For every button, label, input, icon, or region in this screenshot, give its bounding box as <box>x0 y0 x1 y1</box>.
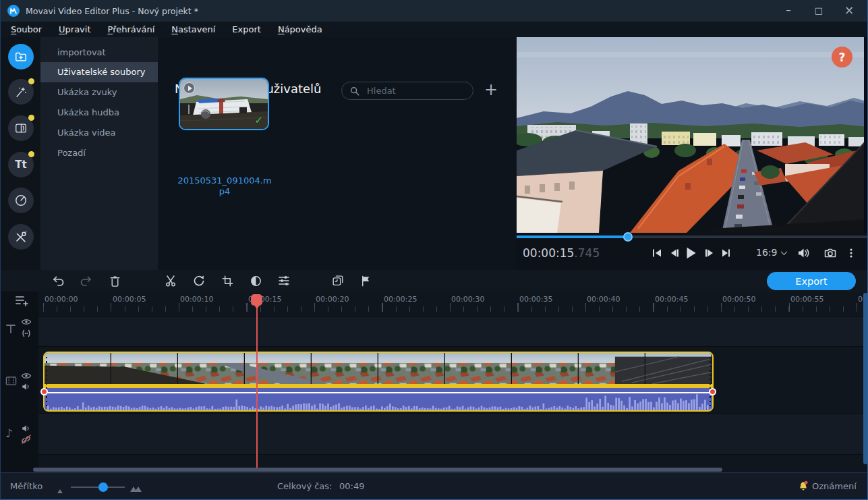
category-uzivatelske-soubory[interactable]: Uživatelské soubory <box>40 62 158 82</box>
search-icon <box>350 86 359 96</box>
next-frame-button[interactable] <box>701 245 718 261</box>
volume-envelope-line[interactable] <box>45 392 712 393</box>
timeline-zoom-slider[interactable] <box>71 487 125 488</box>
clip-properties-button[interactable] <box>274 272 293 289</box>
seek-thumb[interactable] <box>623 232 633 242</box>
playback-timestamp: 00:00:15.745 <box>523 246 600 260</box>
export-button[interactable]: Export <box>767 272 856 290</box>
menu-export[interactable]: Export <box>226 23 267 36</box>
split-scissors-button[interactable] <box>161 272 180 289</box>
media-file-name[interactable]: 20150531_091004.mp4 <box>176 175 273 197</box>
audio-track-link-toggle[interactable] <box>21 435 32 444</box>
minimize-button[interactable]: – <box>777 0 800 20</box>
menu-prehravani[interactable]: Přehrávání <box>102 23 161 36</box>
timeline-zoom-thumb[interactable] <box>98 482 108 492</box>
timeline-video-clip[interactable] <box>43 352 714 412</box>
aspect-ratio-select[interactable]: 16:9 <box>756 247 786 258</box>
close-button[interactable]: × <box>838 0 861 20</box>
rotate-button[interactable] <box>190 272 208 289</box>
previous-frame-button[interactable] <box>666 245 683 261</box>
menu-soubor[interactable]: Soubor <box>5 23 48 36</box>
redo-button[interactable] <box>77 272 96 289</box>
playhead-line[interactable] <box>256 294 258 468</box>
preview-menu-button[interactable] <box>843 245 859 261</box>
zoom-in-button[interactable] <box>130 482 142 495</box>
video-track-mute-toggle[interactable] <box>21 382 31 391</box>
category-pozadi[interactable]: Pozadí <box>40 143 158 163</box>
app-window: Movavi Video Editor Plus - Nový projekt … <box>0 0 868 500</box>
tool-sidebar: Tt <box>1 37 40 270</box>
menu-nastaveni[interactable]: Nastavení <box>165 23 221 36</box>
menubar: Soubor Upravit Přehrávání Nastavení Expo… <box>1 22 867 37</box>
volume-button[interactable] <box>795 245 811 261</box>
skip-start-button[interactable] <box>649 245 665 261</box>
title-track-lane[interactable] <box>1 317 867 346</box>
menu-napoveda[interactable]: Nápověda <box>272 23 328 36</box>
horizontal-scrollbar[interactable] <box>33 468 722 472</box>
new-badge <box>28 78 34 84</box>
delete-button[interactable] <box>105 272 124 289</box>
clip-trim-handle-right[interactable] <box>710 357 711 406</box>
video-track-icon <box>5 375 18 387</box>
add-collection-button[interactable]: + <box>482 80 500 99</box>
crop-button[interactable] <box>218 272 237 289</box>
snapshot-camera-button[interactable] <box>822 245 838 261</box>
tab-filters[interactable] <box>8 79 34 105</box>
tab-tools[interactable] <box>8 224 34 250</box>
zoom-out-icon <box>57 489 63 493</box>
add-track-button[interactable] <box>14 294 29 308</box>
skip-end-button[interactable] <box>718 245 734 261</box>
playhead-marker[interactable] <box>251 294 262 306</box>
notifications-label[interactable]: Oznámení <box>812 481 857 491</box>
category-ukazka-zvuky[interactable]: Ukázka zvuky <box>40 82 158 103</box>
import-folder-icon <box>14 50 28 63</box>
title-track-visibility-toggle[interactable] <box>21 318 32 326</box>
play-button[interactable] <box>683 245 699 261</box>
help-button[interactable]: ? <box>832 47 852 67</box>
clip-trim-handle-left[interactable] <box>46 357 47 406</box>
search-input[interactable] <box>366 85 453 96</box>
preview-panel: ? 00:00:15.745 16:9 <box>517 37 868 270</box>
maximize-button[interactable]: □ <box>807 0 830 20</box>
tab-transitions[interactable] <box>8 115 34 141</box>
category-importovat[interactable]: importovat <box>40 43 158 63</box>
track-separator <box>1 346 867 347</box>
category-ukazka-videa[interactable]: Ukázka videa <box>40 123 158 143</box>
audio-track-mute-toggle[interactable] <box>21 424 31 433</box>
titles-icon: Tt <box>15 159 26 171</box>
video-track-visibility-toggle[interactable] <box>21 372 32 380</box>
vertical-scrollbar[interactable] <box>863 293 867 464</box>
timeline: 00:00:00 00:00:05 00:00:10 00:00:15 00:0… <box>1 291 867 472</box>
zoom-in-icon <box>135 487 142 492</box>
play-overlay-icon[interactable] <box>183 82 195 94</box>
track-separator <box>1 413 867 414</box>
volume-point-left[interactable] <box>40 388 48 395</box>
volume-point-right[interactable] <box>709 388 716 395</box>
audio-track-lane[interactable] <box>1 414 867 454</box>
category-ukazka-hudba[interactable]: Ukázka hudba <box>40 103 158 123</box>
tools-icon <box>14 230 28 244</box>
marker-flag-button[interactable] <box>356 272 375 289</box>
media-item-card[interactable]: ✓ <box>179 78 269 130</box>
media-categories: importovat Uživatelské soubory Ukázka zv… <box>40 37 158 270</box>
undo-button[interactable] <box>49 272 67 289</box>
magic-wand-icon <box>14 85 28 99</box>
clock-dial-icon <box>14 194 28 207</box>
menu-upravit[interactable]: Upravit <box>53 23 96 36</box>
ruler-minor-ticks <box>43 306 867 312</box>
tab-titles[interactable]: Tt <box>8 152 34 177</box>
scale-label: Měřítko <box>10 481 42 491</box>
zoom-out-button[interactable] <box>57 483 63 496</box>
color-adjustments-button[interactable] <box>246 272 265 289</box>
search-box[interactable] <box>341 82 473 100</box>
media-collection-panel: Název kolekce uživatelů + <box>158 37 517 270</box>
transitions-icon <box>14 121 28 135</box>
seek-bar[interactable] <box>517 235 868 238</box>
transition-wizard-button[interactable] <box>328 272 347 289</box>
title-track-sync-toggle[interactable] <box>21 329 32 338</box>
tab-stickers[interactable] <box>8 188 34 213</box>
new-badge <box>28 151 34 157</box>
notifications-button[interactable] <box>798 480 809 495</box>
tab-import-media[interactable] <box>8 44 34 70</box>
title-track-icon <box>5 323 17 335</box>
